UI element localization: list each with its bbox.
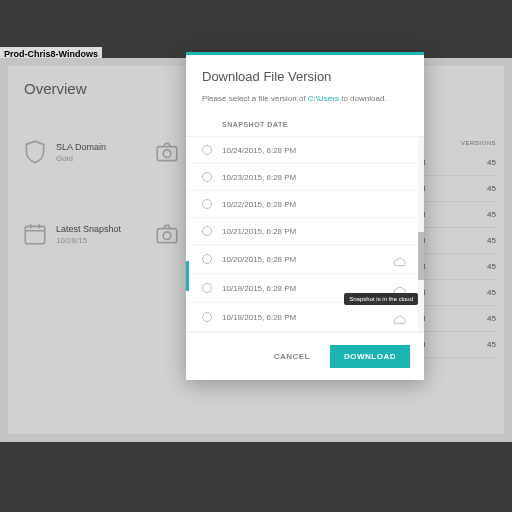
scrollbar-thumb[interactable] [418,232,424,280]
radio-button[interactable] [202,283,212,293]
modal-title: Download File Version [186,55,424,94]
snapshot-list-header: SNAPSHOT DATE [186,113,424,137]
snapshot-date: 10/24/2015, 6:28 PM [222,146,408,155]
path-link[interactable]: C:\Users [308,94,339,103]
modal-prompt: Please select a file version of C:\Users… [186,94,424,113]
cloud-icon [392,253,408,265]
snapshot-list: 10/24/2015, 6:28 PM10/23/2015, 6:28 PM10… [186,137,424,332]
selection-indicator [186,261,189,291]
snapshot-row[interactable]: 10/24/2015, 6:28 PM [186,137,418,164]
download-button[interactable]: DOWNLOAD [330,345,410,368]
snapshot-date: 10/18/2015, 6:28 PM [222,313,392,322]
radio-button[interactable] [202,199,212,209]
snapshot-row[interactable]: 10/21/2015, 6:28 PM [186,218,418,245]
cloud-icon [392,311,408,323]
cancel-button[interactable]: CANCEL [260,345,324,368]
snapshot-row[interactable]: 10/20/2015, 6:28 PM [186,245,418,274]
snapshot-row[interactable]: 10/23/2015, 6:28 PM [186,164,418,191]
radio-button[interactable] [202,312,212,322]
snapshot-date: 10/23/2015, 6:28 PM [222,173,408,182]
radio-button[interactable] [202,254,212,264]
snapshot-date: 10/22/2015, 6:28 PM [222,200,408,209]
radio-button[interactable] [202,226,212,236]
snapshot-row[interactable]: 10/18/2015, 6:28 PM [186,303,418,332]
snapshot-date: 10/20/2015, 6:28 PM [222,255,392,264]
snapshot-date: 10/21/2015, 6:28 PM [222,227,408,236]
snapshot-row[interactable]: 10/22/2015, 6:28 PM [186,191,418,218]
radio-button[interactable] [202,172,212,182]
radio-button[interactable] [202,145,212,155]
snapshot-date: 10/19/2015, 6:28 PM [222,284,392,293]
cloud-tooltip: Snapshot is in the cloud [344,293,418,305]
modal-actions: CANCEL DOWNLOAD [186,332,424,380]
download-modal: Download File Version Please select a fi… [186,52,424,380]
